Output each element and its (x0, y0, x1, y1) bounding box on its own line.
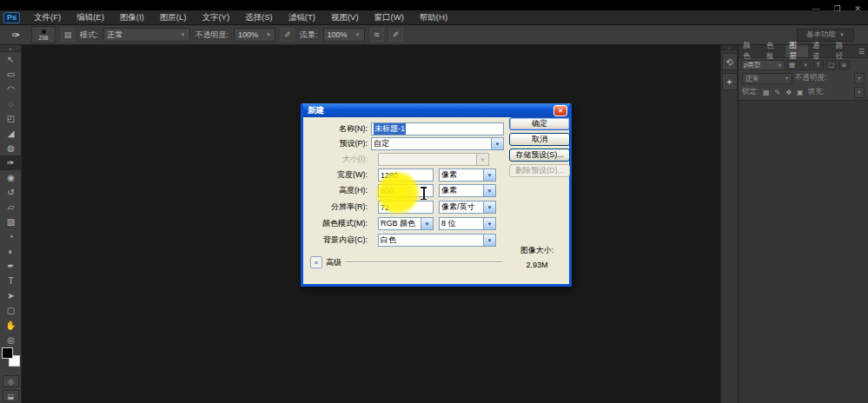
menu-item-4[interactable]: 文字(Y) (194, 12, 237, 23)
workspace-switcher-button[interactable]: 基本功能 ▼ (797, 29, 854, 42)
height-unit-select[interactable]: 像素 ▼ (439, 184, 496, 197)
mode-label: 模式: (80, 30, 98, 41)
advanced-label: 高级 (326, 257, 341, 268)
history-panel-button[interactable]: ⟲ (722, 53, 738, 70)
chevron-down-icon: ▼ (491, 138, 503, 149)
save-preset-button[interactable]: 存储预设(S)... (509, 149, 570, 162)
ok-button[interactable]: 确定 (509, 117, 570, 130)
layer-fill-select[interactable]: ▼ (854, 87, 865, 98)
pen-tool[interactable]: ✒ (0, 259, 22, 274)
panel-tab-图层[interactable]: 图层 (785, 45, 809, 57)
crop-tool[interactable]: ◰ (0, 111, 22, 126)
tool-list: ↖▭◠◌◰◢◍✑◉↺▱▨◔◐✒T➤▢✋◎ (0, 52, 21, 347)
quick-selection-tool[interactable]: ◌ (0, 96, 22, 111)
menu-item-1[interactable]: 编辑(E) (69, 12, 112, 23)
size-select: ▼ (378, 153, 489, 166)
close-button[interactable]: ✕ (854, 4, 861, 13)
screen-mode-button[interactable]: ⬓ (3, 390, 19, 402)
zoom-tool[interactable]: ◎ (0, 333, 22, 347)
menu-item-0[interactable]: 文件(F) (26, 12, 69, 23)
lock-icon-2[interactable]: ✥ (784, 88, 793, 97)
restore-button[interactable]: ❐ (833, 4, 840, 13)
dodge-tool[interactable]: ◐ (0, 244, 22, 259)
blur-tool[interactable]: ◔ (0, 229, 22, 244)
menu-item-9[interactable]: 帮助(H) (412, 12, 455, 23)
lasso-tool[interactable]: ◠ (0, 82, 22, 96)
dialog-titlebar[interactable]: 新建 ✕ (303, 103, 569, 117)
lock-icon-1[interactable]: ✎ (772, 88, 782, 97)
menu-item-5[interactable]: 选择(S) (237, 12, 281, 23)
hand-tool[interactable]: ✋ (0, 318, 22, 333)
filter-kind-select[interactable]: ρ类型 ▼ (741, 60, 785, 70)
photoshop-window: — ❐ ✕ Ps 文件(F)编辑(E)图像(I)图层(L)文字(Y)选择(S)滤… (0, 0, 868, 403)
brush-preset-picker[interactable]: 298 (31, 26, 56, 43)
dialog-close-button[interactable]: ✕ (553, 105, 567, 116)
layer-filter-row: ρ类型 ▼ ▦◑T▢⧈ (739, 58, 868, 71)
airbrush-icon[interactable]: ≋ (370, 28, 384, 42)
filter-icon-4[interactable]: ⧈ (838, 60, 850, 70)
filter-icon-1[interactable]: ◑ (799, 60, 811, 70)
menu-item-2[interactable]: 图像(I) (112, 12, 152, 23)
color-mode-select[interactable]: RGB 颜色 ▼ (378, 217, 434, 230)
quick-mask-button[interactable]: ◎ (3, 375, 19, 387)
properties-panel-button[interactable]: ✦ (722, 73, 738, 90)
selected-text: 未标题-1 (374, 123, 406, 135)
chevron-down-icon: ▼ (476, 154, 488, 165)
advanced-section: « 高级 (310, 256, 503, 268)
gradient-tool[interactable]: ▨ (0, 215, 22, 229)
brush-tool[interactable]: ✑ (0, 155, 22, 170)
shape-tool[interactable]: ▢ (0, 303, 22, 318)
eyedropper-tool[interactable]: ◢ (0, 126, 22, 141)
resolution-unit-select[interactable]: 像素/英寸 ▼ (439, 201, 496, 214)
lock-icon-3[interactable]: ▣ (795, 88, 805, 97)
toggle-brush-panel-icon[interactable]: ▤ (61, 28, 75, 42)
pressure-size-icon[interactable]: ✐ (389, 28, 403, 42)
eraser-tool[interactable]: ▱ (0, 200, 22, 215)
panel-tab-色板[interactable]: 色板 (762, 45, 785, 57)
blend-mode-select[interactable]: 正常 ▼ (103, 28, 190, 42)
current-tool-icon[interactable]: ✑ (5, 27, 26, 43)
menu-item-3[interactable]: 图层(L) (152, 12, 195, 23)
name-input[interactable]: 未标题-1 (371, 122, 504, 135)
lock-icon-0[interactable]: ▦ (761, 88, 771, 97)
layer-opacity-select[interactable]: ▼ (854, 73, 865, 84)
flow-select[interactable]: 100% ▼ (323, 28, 365, 42)
foreground-color-swatch[interactable] (2, 347, 13, 359)
type-tool[interactable]: T (0, 274, 22, 288)
panel-tab-通道[interactable]: 通道 (808, 45, 832, 57)
color-depth-select[interactable]: 8 位 ▼ (439, 217, 496, 230)
pressure-opacity-icon[interactable]: ✐ (281, 28, 295, 42)
path-selection-tool[interactable]: ➤ (0, 288, 22, 303)
dock-grip[interactable]: ‹‹ (721, 45, 738, 50)
marquee-tool[interactable]: ▭ (0, 67, 22, 82)
clone-stamp-tool[interactable]: ◉ (0, 170, 22, 185)
preset-select[interactable]: 自定 ▼ (371, 137, 504, 150)
spot-healing-brush-tool[interactable]: ◍ (0, 141, 22, 155)
opacity-select[interactable]: 100% ▼ (234, 28, 275, 42)
click-highlight-annotation (375, 170, 421, 215)
background-contents-select[interactable]: 白色 ▼ (378, 234, 496, 247)
menu-item-7[interactable]: 视图(V) (323, 12, 367, 23)
filter-icons: ▦◑T▢⧈ (786, 60, 850, 70)
width-unit-select[interactable]: 像素 ▼ (439, 168, 496, 182)
history-brush-tool[interactable]: ↺ (0, 185, 22, 200)
menu-item-6[interactable]: 滤镜(T) (281, 12, 323, 23)
panel-menu-icon[interactable]: ☰ (855, 45, 868, 57)
chevron-down-icon: ▼ (483, 235, 495, 246)
cancel-button[interactable]: 取消 (509, 133, 570, 146)
layers-list[interactable] (739, 100, 868, 403)
layer-blend-mode-select[interactable]: 正常 ▼ (742, 73, 792, 84)
filter-icon-2[interactable]: T (812, 60, 824, 70)
photoshop-logo: Ps (3, 12, 20, 23)
advanced-expander-button[interactable]: « (310, 256, 322, 268)
filter-icon-3[interactable]: ▢ (825, 60, 837, 70)
toolbox: » ↖▭◠◌◰◢◍✑◉↺▱▨◔◐✒T➤▢✋◎ ◎ ⬓ (0, 45, 22, 403)
toolbox-grip[interactable]: » (0, 45, 21, 52)
move-tool[interactable]: ↖ (0, 52, 22, 67)
filter-icon-0[interactable]: ▦ (786, 60, 798, 70)
menu-items: 文件(F)编辑(E)图像(I)图层(L)文字(Y)选择(S)滤镜(T)视图(V)… (26, 12, 455, 23)
minimize-button[interactable]: — (812, 4, 819, 13)
panel-tab-颜色[interactable]: 颜色 (739, 45, 762, 57)
menu-item-8[interactable]: 窗口(W) (367, 12, 412, 23)
panel-tab-路径[interactable]: 路径 (832, 45, 855, 57)
